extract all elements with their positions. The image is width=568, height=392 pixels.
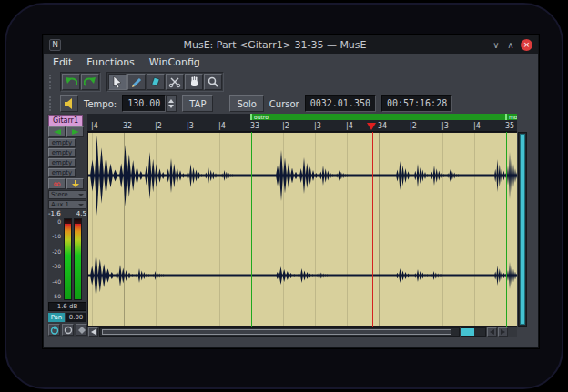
power-button[interactable] <box>48 324 60 336</box>
app-icon: N <box>49 39 61 51</box>
tool-group <box>106 72 224 92</box>
zoom-in-button[interactable] <box>498 327 508 337</box>
meter-scale-label: -50 <box>52 293 61 299</box>
undo-redo-group <box>60 72 101 92</box>
metronome-button[interactable] <box>60 95 78 112</box>
ruler-tick: |2 <box>282 121 289 131</box>
timeline-ruler[interactable]: |432|2|3|433|2|3|434|2|3|435 <box>87 120 517 132</box>
marker-band[interactable]: outromo <box>87 114 517 120</box>
menu-edit[interactable]: Edit <box>53 56 72 68</box>
stereo-toggle-button[interactable] <box>76 324 87 336</box>
solo-button[interactable]: Solo <box>229 95 263 112</box>
ruler-tick: |2 <box>410 121 417 131</box>
cutter-tool-button[interactable] <box>166 74 184 90</box>
menu-winconfig[interactable]: WinConfig <box>149 56 200 68</box>
aux-value: Aux 1 <box>51 201 69 208</box>
horizontal-scrollbar[interactable] <box>87 327 517 337</box>
marker-line <box>506 132 507 327</box>
ruler-tick: |4 <box>218 121 226 131</box>
part-list-item[interactable]: empty <box>48 148 76 157</box>
zoom-tool-button[interactable] <box>204 74 222 90</box>
scroll-left-button[interactable] <box>88 327 98 337</box>
wave-canvas[interactable] <box>87 132 517 327</box>
pointer-icon <box>111 75 124 88</box>
minimize-button[interactable]: ∨ <box>489 40 503 50</box>
pencil-icon <box>130 75 143 88</box>
ruler-tick: |2 <box>155 121 162 131</box>
spin-down-icon[interactable] <box>168 105 174 108</box>
ruler-tick: |3 <box>441 121 449 131</box>
meter-scale-label: -40 <box>52 278 61 285</box>
diamond-icon <box>77 326 86 335</box>
scissors-icon <box>168 75 181 88</box>
arrow-right-icon <box>71 128 80 136</box>
arrow-down-icon <box>71 179 80 188</box>
tempo-spinbox[interactable]: 130.00 <box>122 95 177 112</box>
pointer-tool-button[interactable] <box>108 74 127 90</box>
undo-button[interactable] <box>62 74 80 90</box>
magnifier-icon <box>207 75 219 88</box>
titlebar[interactable]: N MusE: Part <Gitarr1> 31-35 — MusE ∨ ∧ … <box>44 35 538 54</box>
loop-button[interactable]: ∞ <box>48 178 66 189</box>
tempo-label: Tempo: <box>84 99 117 109</box>
part-list-item[interactable]: empty <box>48 158 76 167</box>
part-list-item[interactable]: empty <box>48 138 76 147</box>
peak-left-value: -1.6 <box>48 210 61 217</box>
toolbar-grip[interactable] <box>49 75 53 89</box>
marker-flag[interactable] <box>250 114 252 120</box>
next-part-button[interactable] <box>66 126 84 137</box>
triangle-right-icon <box>501 329 505 335</box>
meter-scale-label: -10 <box>52 233 61 239</box>
level-meter: 0-10-20-30-40-50 <box>48 218 86 300</box>
zoom-out-button[interactable] <box>487 327 497 337</box>
close-button[interactable]: × <box>521 39 532 51</box>
cursor-position-display: 0032.01.350 <box>305 95 376 112</box>
marker-flag[interactable] <box>505 114 507 120</box>
ruler-tick: |3 <box>187 121 194 131</box>
hscroll-thumb[interactable] <box>102 329 451 335</box>
vertical-scrollbar[interactable] <box>518 132 527 327</box>
pan-value[interactable]: 0.00 <box>66 313 86 322</box>
channel-mode-combo[interactable]: Stere... <box>48 190 86 199</box>
chevron-down-icon <box>78 204 84 206</box>
redo-button[interactable] <box>81 74 99 90</box>
part-name-button[interactable]: Gitarr1 <box>48 115 83 126</box>
tempo-value[interactable]: 130.00 <box>122 95 166 112</box>
menu-functions[interactable]: Functions <box>86 56 135 68</box>
prev-part-button[interactable] <box>48 126 66 137</box>
spin-up-icon[interactable] <box>168 99 174 103</box>
part-list-item[interactable]: empty <box>48 168 76 177</box>
track-strip: Gitarr1 emptyemptyemptyempty ∞ <box>47 114 87 337</box>
pencil-tool-button[interactable] <box>127 74 146 90</box>
playhead-marker[interactable] <box>367 123 376 130</box>
pan-tool-button[interactable] <box>185 74 203 90</box>
ruler-tick: 35 <box>505 121 514 131</box>
cursor-time-display: 00:57:16:28 <box>381 95 452 112</box>
maximize-button[interactable]: ∧ <box>503 40 518 50</box>
record-button[interactable] <box>62 324 74 336</box>
meter-scale-label: -20 <box>52 248 61 255</box>
tempo-spin-arrows[interactable] <box>166 95 177 112</box>
editor-main: Gitarr1 emptyemptyemptyempty ∞ <box>44 114 538 347</box>
tap-button[interactable]: TAP <box>182 95 213 112</box>
gain-display[interactable]: 1.6 dB <box>48 302 86 311</box>
vscroll-thumb[interactable] <box>520 134 525 325</box>
canvas-column: outromo |432|2|3|433|2|3|434|2|3|435 <box>87 114 517 337</box>
marker-region[interactable] <box>250 114 517 120</box>
marker-label: outro <box>254 114 269 120</box>
meter-scale: 0-10-20-30-40-50 <box>48 218 62 300</box>
meter-bar-left <box>64 218 72 300</box>
hscroll-track[interactable] <box>99 327 460 337</box>
zoom-slider[interactable] <box>461 327 486 337</box>
ruler-tick: 32 <box>123 121 132 131</box>
meter-scale-label: 0 <box>57 218 61 225</box>
triangle-left-icon <box>490 329 494 335</box>
aux-combo[interactable]: Aux 1 <box>48 200 86 209</box>
punch-button[interactable] <box>66 178 84 189</box>
waveform <box>88 132 517 327</box>
meter-scale-label: -30 <box>52 263 61 269</box>
ruler-tick: |3 <box>314 121 321 131</box>
eraser-tool-button[interactable] <box>147 74 165 90</box>
toolbar-grip-2[interactable] <box>49 96 53 111</box>
cursor-label: Cursor <box>269 99 299 109</box>
